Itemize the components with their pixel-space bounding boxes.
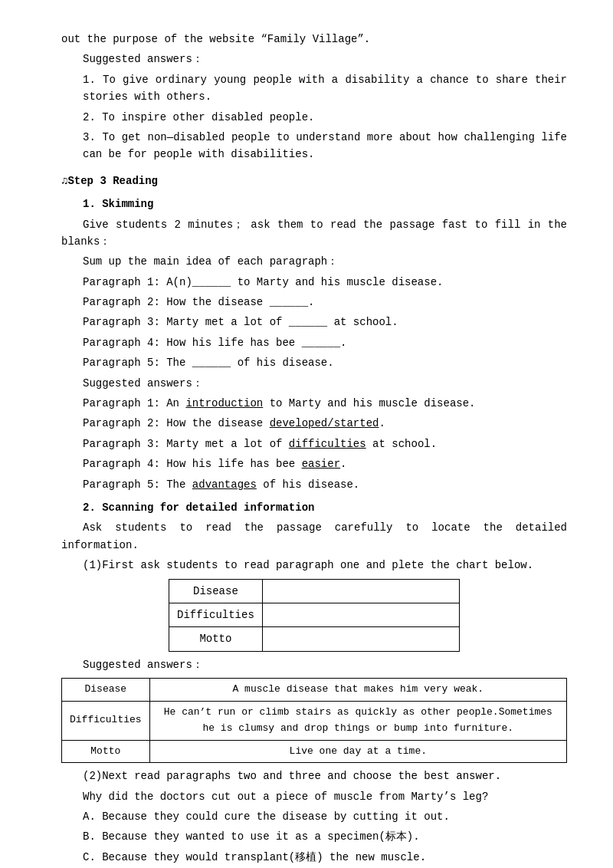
para5-ans: Paragraph 5: The advantages of his disea… <box>61 476 567 493</box>
difficulties-label: Difficulties <box>169 603 263 626</box>
chart-row-disease: Disease <box>169 579 460 603</box>
para2-ans: Paragraph 2: How the disease developed/s… <box>61 415 567 432</box>
answer-difficulties-label: Difficulties <box>62 701 150 740</box>
answer-motto-label: Motto <box>62 740 150 763</box>
answer3: 3. To get non—disabled people to underst… <box>61 129 567 163</box>
question: Why did the doctors cut out a piece of m… <box>61 788 567 805</box>
scanning-heading: 2. Scanning for detailed information <box>61 499 567 516</box>
chart-row-motto: Motto <box>169 627 460 651</box>
suggested-answers-label3: Suggested answers： <box>61 656 567 673</box>
skimming-heading: 1. Skimming <box>61 196 567 212</box>
sum-up: Sum up the main idea of each paragraph： <box>61 253 567 270</box>
scanning-instruction: Ask students to read the passage careful… <box>61 519 567 554</box>
option-b: B. Because they wanted to use it as a sp… <box>61 828 567 845</box>
answer-disease-label: Disease <box>62 679 150 702</box>
para1-underline: introduction <box>185 397 263 409</box>
suggested-answers-label1: Suggested answers： <box>61 51 567 67</box>
answer-row-motto: Motto Live one day at a time. <box>62 740 567 763</box>
para2-blank: Paragraph 2: How the disease ______. <box>61 294 567 311</box>
para4-blank: Paragraph 4: How his life has bee ______… <box>61 334 567 351</box>
para3-underline: difficulties <box>289 438 366 450</box>
disease-value <box>262 579 459 603</box>
para3-ans: Paragraph 3: Marty met a lot of difficul… <box>61 436 567 452</box>
answer-motto-value: Live one day at a time. <box>149 740 566 763</box>
answer2: 2. To inspire other disabled people. <box>61 109 567 126</box>
answer-table: Disease A muscle disease that makes him … <box>61 678 567 763</box>
option-a: A. Because they could cure the disease b… <box>61 808 567 825</box>
disease-label: Disease <box>169 579 263 603</box>
para2-underline: developed/started <box>270 417 379 429</box>
chart-row-difficulties: Difficulties <box>169 603 460 626</box>
para4-ans: Paragraph 4: How his life has bee easier… <box>61 455 567 472</box>
para5-underline: advantages <box>192 478 257 491</box>
answer1: 1. To give ordinary young people with a … <box>61 71 567 106</box>
step3-heading: ♫Step 3 Reading <box>61 173 567 189</box>
answer-disease-value: A muscle disease that makes him very wea… <box>149 679 566 702</box>
answer-row-difficulties: Difficulties He can’t run or climb stair… <box>62 701 567 740</box>
para1-blank: Paragraph 1: A(n)______ to Marty and his… <box>61 274 567 291</box>
option-c: C. Because they would transplant(移植) the… <box>61 849 567 866</box>
skimming-instruction: Give students 2 minutes； ask them to rea… <box>61 216 567 251</box>
motto-label: Motto <box>169 627 263 651</box>
opening-text: out the purpose of the website “Family V… <box>61 31 567 48</box>
answer-difficulties-value: He can’t run or climb stairs as quickly … <box>149 701 566 740</box>
para5-blank: Paragraph 5: The ______ of his disease. <box>61 354 567 371</box>
motto-value <box>262 627 459 651</box>
blank-chart: Disease Difficulties Motto <box>169 579 460 652</box>
para1-ans: Paragraph 1: An introduction to Marty an… <box>61 395 567 412</box>
para4-underline: easier <box>302 458 340 470</box>
suggested-answers-label2: Suggested answers： <box>61 375 567 392</box>
answer-row-disease: Disease A muscle disease that makes him … <box>62 679 567 702</box>
chart-instruction: (1)First ask students to read paragraph … <box>61 557 567 574</box>
para3-blank: Paragraph 3: Marty met a lot of ______ a… <box>61 314 567 330</box>
main-content: out the purpose of the website “Family V… <box>61 31 567 868</box>
para-two-three: (2)Next read paragraphs two and three an… <box>61 768 567 784</box>
difficulties-value <box>262 603 459 626</box>
